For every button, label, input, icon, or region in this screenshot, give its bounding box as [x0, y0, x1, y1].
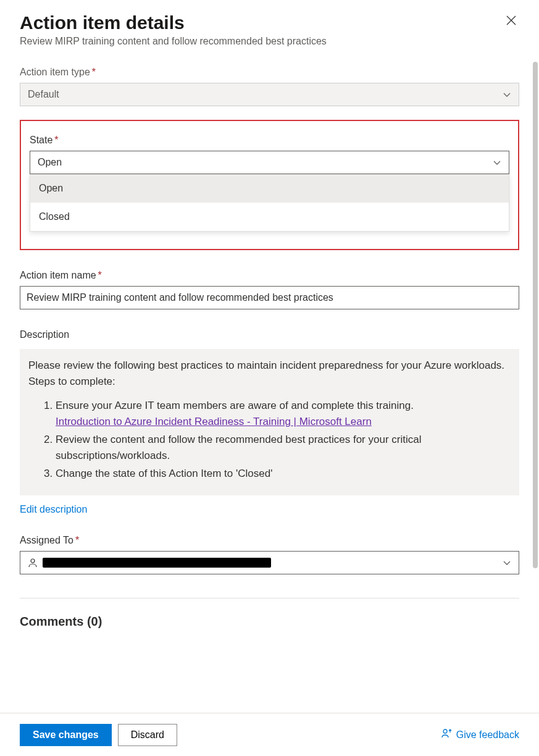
required-star: *: [92, 67, 96, 77]
state-dropdown: Open Closed: [30, 174, 509, 232]
close-icon[interactable]: [503, 12, 519, 30]
action-name-input[interactable]: [20, 286, 519, 309]
discard-button[interactable]: Discard: [118, 724, 177, 746]
required-star: *: [98, 270, 102, 280]
state-value: Open: [38, 157, 62, 168]
svg-point-0: [31, 559, 35, 563]
assigned-to-redacted: [43, 558, 271, 568]
page-title: Action item details: [20, 12, 327, 33]
training-link[interactable]: Introduction to Azure Incident Readiness…: [56, 416, 372, 427]
description-step: Review the content and follow the recomm…: [56, 432, 511, 463]
action-type-select[interactable]: Default: [20, 83, 519, 106]
description-step: Change the state of this Action Item to …: [56, 466, 511, 482]
description-box: Please review the following best practic…: [20, 349, 519, 495]
scrollbar[interactable]: [533, 62, 538, 568]
action-name-label: Action item name*: [20, 270, 102, 281]
give-feedback-link[interactable]: Give feedback: [441, 728, 519, 742]
footer-bar: Save changes Discard Give feedback: [0, 713, 539, 756]
assigned-to-select[interactable]: [20, 551, 519, 574]
chevron-down-icon: [503, 90, 511, 99]
svg-point-1: [443, 729, 447, 733]
chevron-down-icon: [493, 158, 501, 167]
description-step: Ensure your Azure IT team members are aw…: [56, 398, 511, 429]
person-icon: [28, 558, 38, 568]
page-subtitle: Review MIRP training content and follow …: [20, 36, 327, 47]
comments-heading: Comments (0): [20, 615, 519, 629]
state-select[interactable]: Open: [30, 151, 509, 174]
state-label: State*: [30, 135, 59, 146]
edit-description-link[interactable]: Edit description: [20, 504, 87, 515]
required-star: *: [75, 535, 79, 545]
description-label: Description: [20, 329, 69, 340]
action-type-label: Action item type*: [20, 67, 96, 78]
required-star: *: [54, 135, 58, 145]
state-highlight: State* Open Open Closed: [20, 120, 519, 250]
state-option-closed[interactable]: Closed: [30, 203, 509, 231]
assigned-to-label: Assigned To*: [20, 535, 79, 546]
save-button[interactable]: Save changes: [20, 724, 112, 746]
action-type-value: Default: [28, 89, 59, 100]
state-option-open[interactable]: Open: [30, 174, 509, 203]
chevron-down-icon: [503, 558, 511, 567]
feedback-icon: [441, 728, 453, 742]
description-intro: Please review the following best practic…: [28, 358, 511, 389]
section-divider: [20, 598, 519, 598]
